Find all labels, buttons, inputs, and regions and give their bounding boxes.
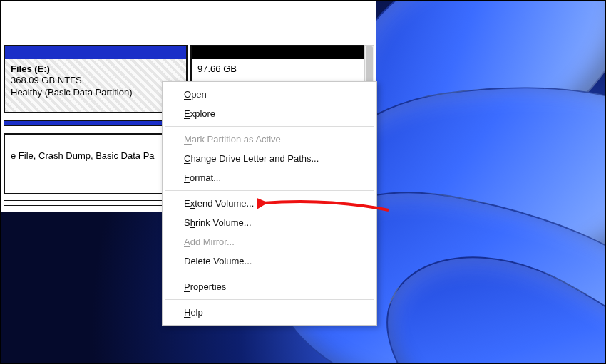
menu-format[interactable]: Format... bbox=[164, 168, 375, 187]
legend-bar-primary bbox=[4, 120, 188, 126]
menu-properties[interactable]: Properties bbox=[164, 277, 375, 296]
menu-open[interactable]: Open bbox=[164, 85, 375, 104]
menu-delete-volume[interactable]: Delete Volume... bbox=[164, 251, 375, 271]
menu-separator bbox=[165, 126, 374, 127]
volume-size: 97.66 GB bbox=[197, 63, 364, 75]
menu-separator bbox=[165, 190, 374, 191]
menu-mark-active: Mark Partition as Active bbox=[164, 130, 375, 149]
menu-extend-volume[interactable]: Extend Volume... bbox=[164, 194, 375, 213]
context-menu[interactable]: Open Explore Mark Partition as Active Ch… bbox=[162, 81, 377, 326]
menu-separator bbox=[165, 299, 374, 300]
menu-explore[interactable]: Explore bbox=[164, 104, 375, 123]
menu-help[interactable]: Help bbox=[164, 303, 375, 322]
volume-label: Files (E:) bbox=[11, 63, 180, 75]
menu-separator bbox=[165, 274, 374, 274]
volume-status: Healthy (Basic Data Partition) bbox=[11, 87, 180, 98]
menu-shrink-volume[interactable]: Shrink Volume... bbox=[164, 213, 375, 232]
desktop-wallpaper: Files (E:) 368.09 GB NTFS Healthy (Basic… bbox=[0, 0, 606, 364]
volume-header-bar bbox=[5, 46, 186, 59]
menu-add-mirror: Add Mirror... bbox=[164, 232, 375, 251]
volume-header-bar bbox=[192, 46, 370, 59]
menu-change-drive-letter[interactable]: Change Drive Letter and Paths... bbox=[164, 149, 375, 168]
volume-files-e[interactable]: Files (E:) 368.09 GB NTFS Healthy (Basic… bbox=[4, 45, 188, 113]
volume-body: Files (E:) 368.09 GB NTFS Healthy (Basic… bbox=[5, 59, 186, 112]
volume-size: 368.09 GB NTFS bbox=[11, 75, 180, 86]
